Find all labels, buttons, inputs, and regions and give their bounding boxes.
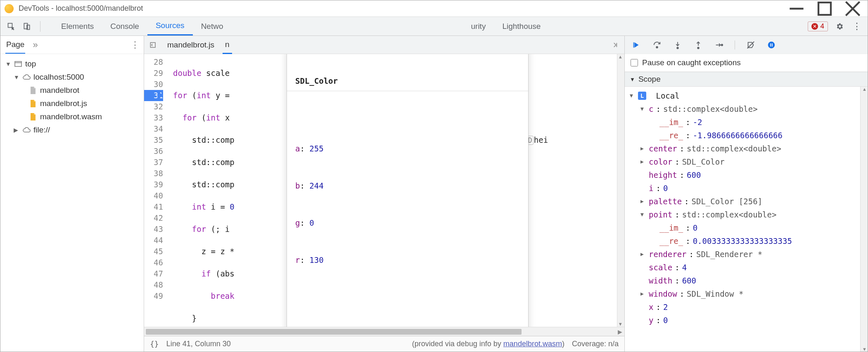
tab-console[interactable]: Console bbox=[102, 17, 147, 35]
step-out-icon[interactable] bbox=[693, 39, 704, 51]
editor-tab-active-fragment[interactable]: n bbox=[223, 36, 232, 54]
error-count: 4 bbox=[821, 22, 824, 31]
scope-var-y[interactable]: y: 0 bbox=[630, 314, 860, 327]
navigator-more-icon[interactable]: » bbox=[33, 40, 38, 50]
svg-rect-1 bbox=[818, 2, 831, 15]
debugger-sidebar: Pause on caught exceptions ▼Scope L Loca… bbox=[625, 36, 868, 352]
step-icon[interactable] bbox=[713, 39, 725, 51]
device-toolbar-icon[interactable] bbox=[21, 21, 33, 32]
editor-vertical-scrollbar[interactable] bbox=[617, 54, 624, 327]
svg-point-13 bbox=[677, 47, 678, 49]
more-menu-icon[interactable]: ⋮ bbox=[851, 21, 863, 32]
scope-var-center[interactable]: center: std::complex<double> bbox=[630, 142, 860, 155]
window-minimize-button[interactable] bbox=[788, 2, 805, 15]
window-frame-icon bbox=[14, 61, 23, 67]
tree-file-mandelbrot-wasm[interactable]: mandelbrot.wasm bbox=[4, 110, 140, 123]
navigator-menu-icon[interactable]: ⋮ bbox=[130, 40, 139, 50]
value-tooltip: SDL_Color a: 255 b: 244 g: 0 r: 130 bbox=[287, 54, 529, 327]
step-into-icon[interactable] bbox=[672, 39, 683, 51]
settings-gear-icon[interactable] bbox=[834, 21, 845, 32]
debug-info-source: (provided via debug info by mandelbrot.w… bbox=[412, 340, 564, 348]
inspect-element-icon[interactable] bbox=[5, 21, 17, 32]
scope-var-window[interactable]: window: SDL_Window * bbox=[630, 287, 860, 300]
local-badge-icon: L bbox=[638, 92, 646, 100]
scope-var-x[interactable]: x: 2 bbox=[630, 300, 860, 314]
svg-point-15 bbox=[721, 44, 723, 46]
cloud-icon bbox=[22, 74, 31, 80]
scope-var-c[interactable]: c: std::complex<double> bbox=[630, 102, 860, 116]
tab-network[interactable]: Netwo bbox=[193, 17, 232, 35]
editor-tab-mandelbrot-js[interactable]: mandelbrot.js bbox=[165, 36, 217, 53]
scope-vertical-scrollbar[interactable] bbox=[860, 87, 868, 352]
navigator-sidebar: Page » ⋮ ▼ top ▼ localhost:5000 mandelbr… bbox=[0, 36, 144, 352]
go-to-end-icon[interactable] bbox=[609, 39, 621, 51]
pause-caught-checkbox[interactable] bbox=[631, 59, 638, 66]
code-content[interactable]: double scale for (int y = for (int x std… bbox=[167, 54, 617, 327]
tree-host[interactable]: ▼ localhost:5000 bbox=[4, 71, 140, 84]
step-over-icon[interactable] bbox=[651, 39, 663, 51]
line-number-gutter[interactable]: 282930 31 323334353637383940414243444546… bbox=[144, 54, 167, 327]
tab-security-fragment[interactable]: urity bbox=[462, 17, 494, 35]
debug-info-link[interactable]: mandelbrot.wasm bbox=[503, 340, 562, 348]
scope-var-color[interactable]: color: SDL_Color bbox=[630, 155, 860, 168]
titlebar: DevTools - localhost:5000/mandelbrot bbox=[0, 0, 868, 17]
tree-file-mandelbrot-js[interactable]: mandelbrot.js bbox=[4, 97, 140, 110]
file-icon bbox=[28, 87, 38, 94]
scope-var-point-re[interactable]: __re_: 0.0033333333333333335 bbox=[630, 234, 860, 248]
scope-var-i[interactable]: i: 0 bbox=[630, 182, 860, 195]
scope-var-renderer[interactable]: renderer: SDL_Renderer * bbox=[630, 248, 860, 261]
source-editor: mandelbrot.js n 282930 31 32333435363738… bbox=[144, 36, 625, 352]
window-maximize-button[interactable] bbox=[816, 2, 833, 15]
svg-rect-18 bbox=[770, 43, 771, 46]
pretty-print-icon[interactable]: {} bbox=[150, 340, 159, 348]
scope-var-scale[interactable]: scale: 4 bbox=[630, 261, 860, 274]
tab-lighthouse[interactable]: Lighthouse bbox=[494, 17, 549, 35]
pause-caught-label: Pause on caught exceptions bbox=[642, 58, 741, 67]
svg-point-14 bbox=[697, 47, 699, 49]
deactivate-breakpoints-icon[interactable] bbox=[745, 39, 757, 51]
navigator-tab-page[interactable]: Page bbox=[5, 36, 25, 54]
pause-on-exceptions-icon[interactable] bbox=[766, 39, 777, 51]
scope-var-width[interactable]: width: 600 bbox=[630, 274, 860, 287]
devtools-toolbar: Elements Console Sources Netwo urity Lig… bbox=[0, 17, 868, 36]
svg-rect-11 bbox=[633, 42, 634, 47]
file-icon bbox=[28, 100, 38, 107]
window-title: DevTools - localhost:5000/mandelbrot bbox=[19, 4, 788, 13]
execution-line-marker: 31 bbox=[144, 90, 163, 101]
scope-var-c-re[interactable]: __re_: -1.9866666666666666 bbox=[630, 129, 860, 142]
svg-rect-7 bbox=[15, 61, 21, 66]
tab-sources[interactable]: Sources bbox=[147, 17, 193, 35]
scope-local[interactable]: L Local bbox=[630, 89, 860, 102]
tooltip-title: SDL_Color bbox=[287, 71, 528, 91]
tab-elements[interactable]: Elements bbox=[53, 17, 102, 35]
devtools-logo-icon bbox=[5, 4, 14, 13]
scope-var-palette[interactable]: palette: SDL_Color [256] bbox=[630, 195, 860, 208]
svg-point-17 bbox=[768, 41, 775, 48]
cursor-position: Line 41, Column 30 bbox=[166, 340, 231, 348]
scope-var-height[interactable]: height: 600 bbox=[630, 168, 860, 182]
scope-section-header[interactable]: ▼Scope bbox=[625, 72, 868, 87]
tree-file-scheme[interactable]: ▶ file:// bbox=[4, 123, 140, 137]
history-nav-icon[interactable] bbox=[147, 39, 159, 51]
file-icon bbox=[28, 113, 38, 120]
window-close-button[interactable] bbox=[844, 2, 861, 15]
editor-horizontal-scrollbar[interactable]: ▶ bbox=[144, 327, 624, 336]
editor-status-bar: {} Line 41, Column 30 (provided via debu… bbox=[144, 336, 624, 352]
error-icon: ✕ bbox=[811, 23, 818, 30]
error-count-badge[interactable]: ✕ 4 bbox=[808, 21, 828, 31]
cloud-icon bbox=[22, 127, 31, 133]
resume-icon[interactable] bbox=[631, 39, 642, 51]
scope-var-point-im[interactable]: __im_: 0 bbox=[630, 221, 860, 234]
scope-var-c-im[interactable]: __im_: -2 bbox=[630, 116, 860, 129]
tree-top[interactable]: ▼ top bbox=[4, 57, 140, 71]
svg-rect-19 bbox=[772, 43, 773, 46]
svg-point-12 bbox=[656, 46, 658, 48]
tree-file-mandelbrot[interactable]: mandelbrot bbox=[4, 84, 140, 97]
scope-var-point[interactable]: point: std::complex<double> bbox=[630, 208, 860, 221]
coverage-label: Coverage: n/a bbox=[572, 340, 619, 348]
